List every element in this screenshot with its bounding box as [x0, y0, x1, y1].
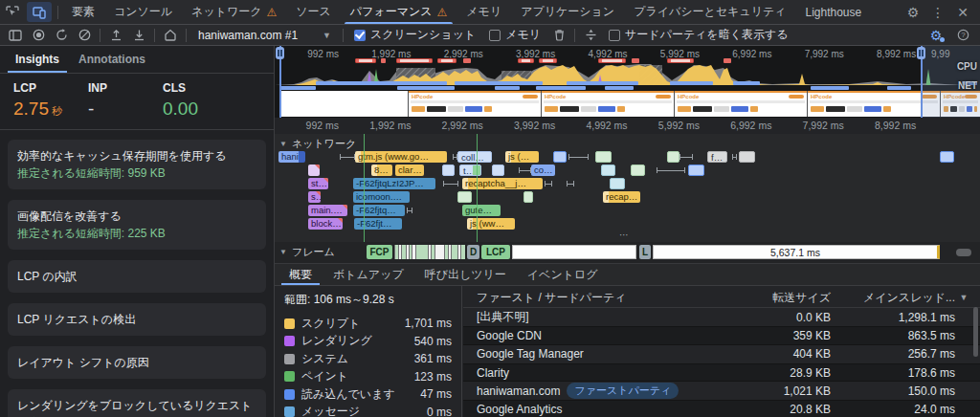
network-request-bar[interactable]: t… — [459, 165, 481, 176]
more-menu-icon[interactable]: ⋮ — [926, 2, 949, 22]
network-request-bar[interactable] — [523, 191, 533, 203]
panel-tab-メモリ[interactable]: メモリ — [457, 0, 511, 24]
darken-third-party-checkbox[interactable] — [609, 30, 620, 41]
network-request-bar[interactable]: js (ww… — [467, 218, 515, 230]
network-request-bar[interactable]: -F62fjt… — [354, 218, 402, 230]
toggle-sidebar-icon[interactable] — [4, 27, 27, 44]
fit-window-icon[interactable] — [579, 27, 602, 44]
network-request-bar[interactable] — [601, 165, 615, 176]
network-request-bar[interactable] — [442, 165, 455, 176]
table-row[interactable]: Google Tag Manager404 KB256.7 ms — [463, 345, 980, 363]
network-request-bar[interactable]: st… — [308, 178, 328, 189]
network-request-bar[interactable] — [667, 151, 679, 163]
network-request-bar[interactable]: main.… — [308, 205, 347, 216]
darken-third-party-group[interactable]: サードパーティを暗く表示する — [609, 27, 789, 43]
selection-left-handle[interactable] — [276, 47, 284, 59]
selection-right-handle[interactable] — [917, 47, 925, 59]
insight-card[interactable]: LCP の内訳 — [8, 260, 266, 293]
network-request-bar[interactable]: 8… — [371, 165, 392, 176]
network-request-bar[interactable]: co… — [531, 165, 555, 176]
network-request-bar[interactable]: -F62fjtqLzI2JP… — [353, 178, 435, 189]
panel-tab-ネットワーク[interactable]: ネットワーク⚠ — [182, 0, 286, 24]
table-row[interactable]: Google CDN359 KB863.5 ms — [463, 326, 980, 344]
insight-card[interactable]: 効率的なキャッシュ保存期間を使用する推定される短縮時間: 959 KB — [8, 140, 266, 189]
network-request-bar[interactable]: coll… — [457, 151, 492, 163]
sort-descending-icon[interactable]: ▼ — [955, 293, 972, 302]
network-request-bar[interactable] — [610, 178, 625, 189]
insight-card[interactable]: LCP リクエストの検出 — [8, 303, 266, 336]
memory-checkbox-group[interactable]: メモリ — [489, 27, 541, 43]
timeline-overview[interactable]: 992 ms1,992 ms2,992 ms3,992 ms4,992 ms5,… — [275, 46, 980, 119]
frames-scrollbar-thumb[interactable] — [956, 249, 971, 256]
network-request-bar[interactable]: clar… — [395, 165, 424, 176]
detail-tab-ボトムアップ[interactable]: ボトムアップ — [323, 264, 414, 285]
network-request-bar[interactable]: block… — [308, 218, 343, 230]
home-live-metrics-icon[interactable] — [159, 27, 182, 44]
download-profile-icon[interactable] — [127, 27, 150, 44]
network-request-bar[interactable] — [940, 151, 954, 163]
detail-tab-イベントログ[interactable]: イベントログ — [517, 264, 609, 285]
frame-duration-bar[interactable] — [512, 245, 636, 259]
network-request-bar[interactable] — [595, 151, 612, 163]
detail-tab-概要[interactable]: 概要 — [278, 264, 323, 285]
filmstrip-frame-screenshot[interactable]: HPcode — [408, 91, 541, 117]
frame-marker-d[interactable]: D — [467, 245, 479, 259]
network-request-bar[interactable]: recap… — [603, 191, 640, 203]
filmstrip-frame-screenshot[interactable]: HPcode — [541, 91, 674, 117]
network-request-bar[interactable]: -F62fjtq… — [353, 205, 405, 216]
col-mainthread-header[interactable]: メインスレッド... — [831, 290, 955, 306]
table-header-row[interactable]: ファースト / サードパーティ 転送サイズ メインスレッド... ▼ — [463, 286, 980, 308]
network-request-bar[interactable]: js (… — [505, 151, 539, 163]
overflow-dots[interactable]: ⋯ — [619, 230, 631, 240]
table-row[interactable]: [出典不明]0.0 KB1,298.1 ms — [463, 308, 980, 326]
network-request-bar[interactable] — [308, 165, 320, 176]
network-request-bar[interactable] — [688, 165, 704, 176]
panel-tab-Lighthouse[interactable]: Lighthouse — [796, 0, 872, 24]
insights-tab-insights[interactable]: Insights — [6, 46, 69, 73]
upload-profile-icon[interactable] — [104, 27, 127, 44]
panel-tab-パフォーマンス[interactable]: パフォーマンス⚠ — [341, 0, 457, 24]
capture-settings-gear-icon[interactable]: ⚙ — [924, 25, 947, 45]
insight-card[interactable]: レンダリングをブロックしているリクエスト推定される短縮時間: 637 ms — [8, 389, 266, 417]
frame-duration-bar[interactable]: 5,637.1 ms — [653, 245, 940, 259]
panel-tab-プライバシーとセキュリティ[interactable]: プライバシーとセキュリティ — [624, 0, 795, 24]
settings-gear-icon[interactable]: ⚙ — [902, 2, 924, 22]
panel-tab-コンソール[interactable]: コンソール — [104, 0, 182, 24]
frame-marker-l[interactable]: L — [639, 245, 651, 259]
record-icon[interactable] — [27, 27, 50, 44]
col-size-header[interactable]: 転送サイズ — [718, 290, 831, 306]
insight-card[interactable]: 画像配信を改善する推定される短縮時間: 225 KB — [8, 200, 266, 250]
network-request-bar[interactable] — [492, 165, 504, 176]
network-request-bar[interactable]: haniw… — [278, 151, 305, 163]
screenshot-checkbox-group[interactable]: スクリーンショット — [354, 27, 476, 43]
reload-record-icon[interactable] — [50, 27, 73, 44]
frame-slice[interactable] — [460, 245, 465, 259]
close-devtools-icon[interactable]: ✕ — [951, 2, 974, 22]
network-request-bar[interactable]: s… — [308, 191, 321, 203]
network-request-bar[interactable]: recaptcha__j… — [462, 178, 543, 189]
col-party-header[interactable]: ファースト / サードパーティ — [477, 290, 718, 306]
screenshots-checkbox[interactable] — [354, 30, 366, 41]
help-icon[interactable]: ? — [951, 25, 974, 45]
frame-marker-lcp[interactable]: LCP — [481, 245, 510, 259]
network-request-bar[interactable] — [553, 151, 567, 163]
table-row[interactable]: haniwaman.comファーストパーティ1,021 KB150.0 ms — [463, 382, 980, 400]
insight-card[interactable]: レイアウト シフトの原因 — [8, 346, 266, 379]
memory-checkbox[interactable] — [489, 30, 501, 41]
inspect-element-icon[interactable] — [0, 2, 25, 22]
frame-slice[interactable] — [434, 245, 444, 259]
network-request-bar[interactable]: gtm.js (www.go… — [355, 151, 447, 163]
table-scrollbar-thumb[interactable] — [973, 307, 978, 357]
network-request-bar[interactable]: f… — [707, 151, 727, 163]
insights-tab-annotations[interactable]: Annotations — [69, 46, 155, 73]
table-row[interactable]: Google Analytics20.8 KB24.0 ms — [463, 400, 980, 417]
filmstrip-frame-screenshot[interactable]: HPcode — [674, 91, 807, 117]
detail-tab-呼び出しツリー[interactable]: 呼び出しツリー — [414, 264, 517, 285]
network-track-header[interactable]: ▼ ネットワーク — [279, 137, 356, 151]
network-request-bar[interactable]: gute… — [462, 205, 501, 216]
network-request-bar[interactable] — [739, 151, 755, 163]
frame-slice[interactable] — [415, 245, 428, 259]
frame-marker-fcp[interactable]: FCP — [367, 245, 392, 259]
collect-garbage-icon[interactable] — [547, 27, 570, 44]
frame-slice[interactable] — [451, 245, 457, 259]
